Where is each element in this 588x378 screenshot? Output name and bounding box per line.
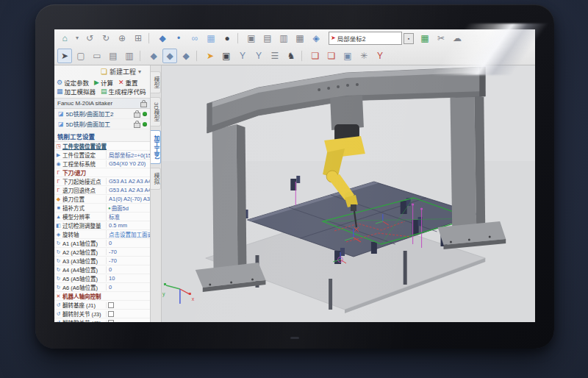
param-label: 机器人轴向控制 <box>62 292 101 300</box>
param-icon: ↺ <box>54 320 62 322</box>
param-value[interactable]: -70 <box>106 257 150 264</box>
toolbar-divider[interactable] <box>140 50 143 62</box>
param-value[interactable] <box>106 311 150 317</box>
machine-sim-icon[interactable]: ▣ <box>219 49 234 63</box>
3d-scene[interactable]: y x <box>162 65 535 322</box>
select-cursor-icon[interactable]: ➤ <box>57 49 72 63</box>
calculate-button[interactable]: ▶ 计算 <box>94 78 113 87</box>
param-value-text: 标准 <box>109 213 120 221</box>
param-value[interactable]: 0 <box>106 284 150 290</box>
tab-model[interactable]: 模型 <box>151 71 161 93</box>
param-value-text: -70 <box>109 249 117 255</box>
fixture-view-icon[interactable]: ▥ <box>276 31 291 46</box>
surface-op3-icon[interactable]: ◆ <box>179 49 193 63</box>
coord-marker-icon: ➤ <box>331 35 336 41</box>
param-icon: ◧ <box>54 223 62 228</box>
param-label: A5 (A5轴位置) <box>62 274 106 282</box>
dropdown-caret-icon[interactable]: ▾ <box>74 31 81 46</box>
coord-system-value: 局部坐标2 <box>337 34 400 43</box>
zoom-icon[interactable]: ⊕ <box>115 31 129 46</box>
toolpath-net-icon[interactable]: ✳ <box>356 49 371 63</box>
param-icon: ▲ <box>54 214 62 219</box>
tab-3d-model[interactable]: 3D模型 <box>151 97 161 126</box>
funnel2-icon[interactable]: Y <box>251 49 266 63</box>
op-list-icon[interactable]: ☰ <box>268 49 282 63</box>
lock-icon <box>134 113 140 118</box>
viewport-3d[interactable]: y x <box>162 65 535 322</box>
reset-button[interactable]: ✕ 重置 <box>118 78 138 87</box>
translucency-icon[interactable]: ▦ <box>204 31 218 46</box>
surface-op-icon[interactable]: ◆ <box>146 49 161 63</box>
param-value[interactable] <box>106 320 150 323</box>
project-button-row: ❏ 新建工程 ▾ <box>54 65 150 78</box>
param-value[interactable]: A1(0) A2(-70) A3(-70) <box>106 196 150 202</box>
collision-shield-icon[interactable]: ◈ <box>309 31 323 46</box>
coordinate-system-dropdown[interactable]: ➤ 局部坐标2 <box>329 32 402 45</box>
toolbar-divider[interactable] <box>301 50 305 62</box>
param-value[interactable]: G53 A1 A2 A3 A4 A5 A <box>106 178 150 185</box>
stamp2-icon[interactable]: ▥ <box>122 49 137 63</box>
machine-view-icon[interactable]: ▣ <box>244 31 259 46</box>
snapshot-icon[interactable]: ▣ <box>340 49 355 63</box>
surface-op-active-icon[interactable]: ◆ <box>162 49 177 63</box>
hand-tool-icon[interactable]: ➤ <box>203 49 218 63</box>
mesh-cloud-icon[interactable]: ☁ <box>450 31 465 46</box>
snap-point-icon[interactable]: • <box>171 31 186 46</box>
render-sphere-icon[interactable]: ● <box>220 31 234 46</box>
operation-row[interactable]: ◪ 5D铣削/曲面加工 <box>54 119 150 129</box>
param-value[interactable]: 标准 <box>106 213 150 221</box>
side-tabstrip: 模型 3D模型 加工工艺 模拟 <box>151 65 162 322</box>
tab-technology[interactable]: 加工工艺 <box>151 130 161 164</box>
toolbar-divider[interactable] <box>237 32 241 44</box>
simulator-button[interactable]: ▦ 加工模拟器 <box>57 87 96 96</box>
robot-icon[interactable]: ♞ <box>284 49 298 63</box>
param-value[interactable]: 0.5 mm <box>106 222 150 229</box>
tree-root-machine[interactable]: Fanuc M-20iA sitaker <box>54 99 150 109</box>
workpiece-view-icon[interactable]: ▤ <box>260 31 275 46</box>
box-select-icon[interactable]: ▢ <box>74 49 88 63</box>
zoom-window-icon[interactable]: ⊞ <box>131 31 146 46</box>
gcode-doc2-icon[interactable]: ❏ <box>324 49 339 63</box>
shaded-view-icon[interactable]: ◆ <box>155 31 170 46</box>
orbit-view-icon[interactable]: ↺ <box>82 31 97 46</box>
param-value[interactable]: 0 <box>106 240 150 246</box>
param-value[interactable]: 局部坐标2=+0(1544.582 <box>106 151 150 159</box>
param-row: ↻ A3 (A3轴位置) -70 <box>54 257 150 265</box>
param-value[interactable]: G54(X0 Y0 Z0) <box>106 160 150 167</box>
tree-items: ◪ 5D铣削/曲面加工2 ◪ 5D铣削/曲面加工 <box>54 109 150 129</box>
param-value[interactable]: G53 A1 A2 A3 A4 A5 A <box>106 187 150 193</box>
param-value[interactable] <box>106 302 150 308</box>
param-value-text: A1(0) A2(-70) A3(-70) <box>109 196 150 202</box>
stats-icon[interactable]: ▦ <box>417 31 432 46</box>
param-label: 过切检测调整量 <box>62 221 106 229</box>
gcode-doc-icon[interactable]: ❏ <box>308 49 323 63</box>
param-icon: ↻ <box>54 276 62 281</box>
rotate-view-icon[interactable]: ↻ <box>98 31 113 46</box>
stamp-icon[interactable]: ▤ <box>106 49 121 63</box>
toolbar-divider[interactable] <box>148 32 152 44</box>
param-value[interactable]: 10 <box>106 275 150 282</box>
param-label: A1 (A1轴位置) <box>62 239 106 247</box>
tab-simulation[interactable]: 模拟 <box>151 168 161 190</box>
generate-gcode-button[interactable]: ▤ 生成程序代码 <box>101 87 146 96</box>
lasso-select-icon[interactable]: ▭ <box>90 49 104 63</box>
new-project-button[interactable]: ❏ 新建工程 ▾ <box>98 65 144 78</box>
toolbar-divider[interactable] <box>196 50 200 62</box>
param-value[interactable]: -70 <box>106 249 150 255</box>
app-home-icon[interactable]: ⌂ <box>57 31 72 46</box>
param-row: ↻ A6 (A6轴位置) 0 <box>54 283 150 292</box>
operation-row[interactable]: ◪ 5D铣削/曲面加工2 <box>54 109 150 119</box>
coord-browse-button[interactable]: ▪ <box>404 33 414 44</box>
funnel-icon[interactable]: Y <box>235 49 250 63</box>
param-label: A2 (A2轴位置) <box>62 248 106 256</box>
param-row: ↻ A4 (A4轴位置) 0 <box>54 265 150 274</box>
param-value[interactable]: ●曲面5d <box>106 204 150 212</box>
red-funnel-icon[interactable]: Y <box>373 49 387 63</box>
set-params-button[interactable]: ⚙ 设定参数 <box>57 78 89 87</box>
link-chain-icon[interactable]: ∞ <box>187 31 202 46</box>
param-value[interactable]: 0 <box>106 266 150 273</box>
param-value[interactable]: 点击设置加工面或刀路方向 <box>106 230 150 238</box>
scene-view-icon[interactable]: ▦ <box>293 31 307 46</box>
pliers-icon[interactable]: ✂ <box>434 31 448 46</box>
param-icon: Γ <box>54 188 62 193</box>
